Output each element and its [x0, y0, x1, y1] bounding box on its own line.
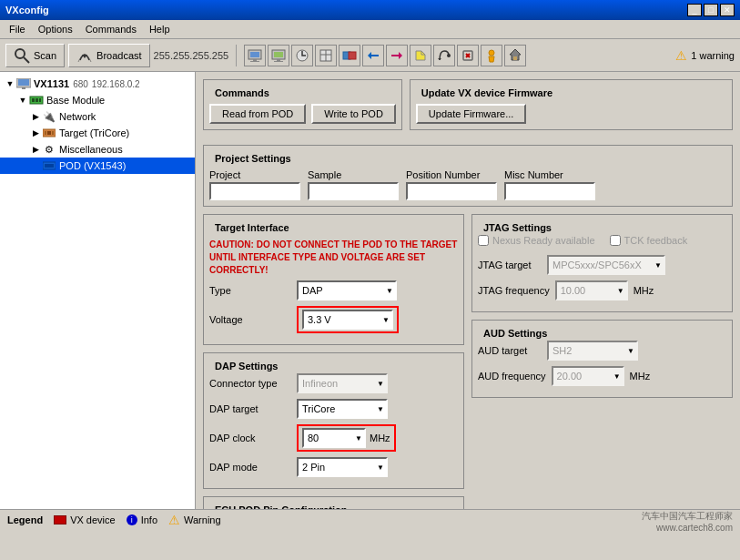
toolbar-icon-1[interactable] — [244, 45, 266, 66]
toolbar-icon-3[interactable] — [291, 45, 313, 66]
broadcast-icon — [76, 47, 93, 64]
tree-item-target[interactable]: ▶ Target (TriCore) — [0, 125, 195, 141]
tree-item-basemodule[interactable]: ▼ Base Module — [0, 92, 195, 108]
jtag-freq-row: JTAG frequency 10.00 MHz — [478, 280, 726, 300]
misc-number-input[interactable] — [504, 182, 595, 200]
tree-item-vx1131[interactable]: ▼ VX1131 680 192.168.0.2 — [0, 76, 195, 92]
dap-clock-select[interactable]: 80 — [302, 428, 366, 448]
aud-target-row: AUD target SH2 — [478, 341, 726, 361]
warning-indicator: ⚠ 1 warning — [675, 48, 735, 63]
dap-clock-highlight: 80 MHz — [297, 424, 396, 452]
read-from-pod-button[interactable]: Read from POD — [209, 104, 306, 124]
svg-rect-3 — [250, 52, 259, 57]
toolbar-icon-4[interactable] — [315, 45, 337, 66]
expand-network[interactable]: ▶ — [29, 112, 42, 121]
toolbar-icon-5[interactable] — [339, 45, 360, 66]
legend-title: Legend — [7, 514, 43, 525]
menu-file[interactable]: File — [4, 22, 31, 36]
aud-target-select[interactable]: SH2 — [547, 341, 638, 361]
broadcast-button[interactable]: Broadcast — [68, 44, 150, 67]
settings-grid: Target Interface CAUTION: DO NOT CONNECT… — [203, 214, 733, 509]
warning-icon: ⚠ — [675, 48, 687, 63]
target-icon — [42, 127, 56, 139]
network-label: Network — [59, 111, 96, 122]
connector-type-label: Connector type — [209, 378, 291, 389]
misc-label: Miscellaneous — [59, 144, 123, 155]
dap-mode-select[interactable]: 2 Pin 4 Pin — [297, 457, 388, 477]
jtag-settings-section: JTAG Settings Nexus Ready available TCK … — [471, 214, 733, 312]
expand-vx1131[interactable]: ▼ — [4, 79, 16, 88]
minimize-button[interactable]: _ — [687, 4, 702, 16]
aud-target-label: AUD target — [478, 345, 542, 356]
target-interface-section: Target Interface CAUTION: DO NOT CONNECT… — [203, 214, 464, 345]
toolbar-icon-9[interactable] — [433, 45, 455, 66]
menu-commands[interactable]: Commands — [80, 22, 142, 36]
jtag-target-select[interactable]: MPC5xxx/SPC56xX — [547, 255, 665, 275]
menu-help[interactable]: Help — [144, 22, 176, 36]
expand-basemodule[interactable]: ▼ — [16, 96, 29, 105]
connector-type-select[interactable]: Infineon — [297, 373, 388, 393]
maximize-button[interactable]: □ — [704, 4, 718, 16]
dap-clock-row: DAP clock 80 MHz — [209, 424, 458, 452]
jtag-settings-title: JTAG Settings — [478, 220, 726, 235]
tree-item-network[interactable]: ▶ 🔌 Network — [0, 108, 195, 125]
dap-target-select[interactable]: TriCore — [297, 399, 388, 419]
type-select[interactable]: DAP — [297, 280, 397, 300]
tck-row: TCK feedback — [610, 235, 688, 246]
toolbar-icon-7[interactable] — [386, 45, 408, 66]
toolbar-icon-10[interactable] — [457, 45, 479, 66]
tck-checkbox[interactable] — [610, 235, 621, 246]
voltage-select[interactable]: 1.8 V 2.5 V 3.3 V 5.0 V — [302, 310, 393, 330]
expand-target[interactable]: ▶ — [29, 128, 42, 137]
voltage-highlight: 1.8 V 2.5 V 3.3 V 5.0 V — [297, 306, 399, 333]
dap-mode-label: DAP mode — [209, 462, 291, 473]
project-input[interactable] — [209, 182, 300, 200]
jtag-freq-select[interactable]: 10.00 — [555, 280, 628, 300]
tree-item-misc[interactable]: ▶ ⚙ Miscellaneous — [0, 141, 195, 158]
dap-target-wrapper: TriCore — [297, 399, 388, 419]
dap-clock-unit: MHz — [370, 433, 390, 443]
misc-number-label: Misc Number — [504, 169, 595, 180]
dap-clock-wrapper: 80 — [302, 428, 366, 448]
left-panel: ▼ VX1131 680 192.168.0.2 ▼ — [0, 72, 196, 509]
network-icon: 🔌 — [42, 110, 56, 123]
commands-section: Commands Read from POD Write to POD — [203, 79, 402, 130]
toolbar-icon-2[interactable] — [268, 45, 289, 66]
toolbar-icons — [244, 45, 526, 66]
watermark-line2: www.cartech8.com — [642, 523, 733, 529]
expand-misc[interactable]: ▶ — [29, 145, 42, 154]
svg-rect-30 — [52, 131, 54, 135]
toolbar-icon-8[interactable] — [410, 45, 431, 66]
scan-icon — [14, 47, 30, 64]
nexus-checkbox[interactable] — [478, 235, 489, 246]
toolbar-icon-12[interactable] — [504, 45, 526, 66]
dap-target-row: DAP target TriCore — [209, 399, 458, 419]
sample-label: Sample — [308, 169, 399, 180]
jtag-freq-unit: MHz — [634, 285, 654, 296]
tree-item-pod[interactable]: ▶ POD (VX1543) — [0, 158, 195, 174]
close-button[interactable]: ✕ — [720, 4, 735, 16]
sample-input[interactable] — [308, 182, 399, 200]
dap-target-label: DAP target — [209, 403, 291, 414]
toolbar-icon-6[interactable] — [362, 45, 384, 66]
dap-mode-wrapper: 2 Pin 4 Pin — [297, 457, 388, 477]
aud-freq-select[interactable]: 20.00 — [552, 366, 624, 386]
toolbar-icon-11[interactable] — [481, 45, 502, 66]
nexus-row: Nexus Ready available — [478, 235, 595, 246]
scan-button[interactable]: Scan — [5, 44, 65, 67]
jtag-target-wrapper: MPC5xxx/SPC56xX — [547, 255, 665, 275]
menu-options[interactable]: Options — [33, 22, 78, 36]
svg-point-19 — [489, 50, 494, 56]
svg-point-16 — [447, 54, 451, 57]
update-firmware-button[interactable]: Update Firmware... — [416, 104, 527, 124]
scan-label: Scan — [34, 50, 56, 61]
caution-text: CAUTION: DO NOT CONNECT THE POD TO THE T… — [209, 239, 458, 277]
svg-rect-21 — [18, 79, 29, 86]
legend-vx-label: VX device — [70, 514, 116, 525]
target-label: Target (TriCore) — [59, 127, 129, 138]
dap-mode-row: DAP mode 2 Pin 4 Pin — [209, 457, 458, 477]
position-number-input[interactable] — [406, 182, 497, 200]
firmware-section: Update VX device Firmware Update Firmwar… — [410, 79, 733, 130]
toolbar: Scan Broadcast 255.255.255.255 — [0, 39, 740, 72]
write-to-pod-button[interactable]: Write to POD — [311, 104, 396, 124]
